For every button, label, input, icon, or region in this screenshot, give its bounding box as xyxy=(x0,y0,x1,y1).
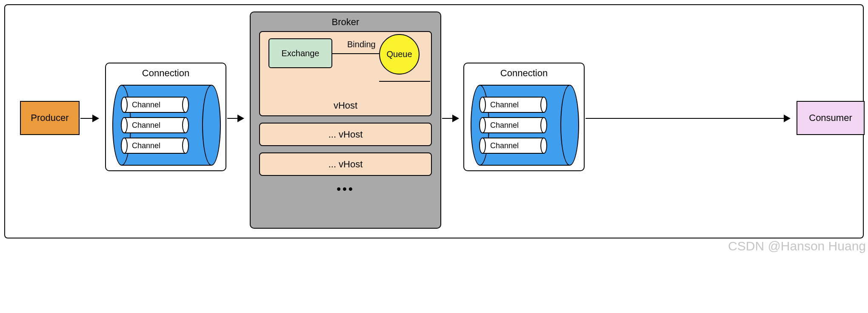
channel-cap-left xyxy=(479,117,486,133)
consumer-label: Consumer xyxy=(809,112,852,123)
queue-label: Queue xyxy=(386,49,412,59)
channel-cap-right xyxy=(182,138,189,154)
connection-box-2: Connection Channel Channel Channel xyxy=(463,63,585,171)
producer-label: Producer xyxy=(31,112,69,123)
binding-label: Binding xyxy=(347,40,376,49)
channel-cap-right xyxy=(540,117,547,133)
connection-title: Connection xyxy=(464,68,584,79)
exchange-label: Exchange xyxy=(282,49,320,58)
diagram-frame: Producer Connection Channel Channel Chan… xyxy=(4,4,864,238)
channel-item: Channel xyxy=(479,97,547,113)
channel-cap-right xyxy=(540,97,547,113)
channel-label: Channel xyxy=(483,117,544,133)
cylinder-cap-right xyxy=(560,85,579,166)
exchange-node: Exchange xyxy=(268,38,332,68)
broker-title: Broker xyxy=(251,17,440,28)
vhost-row-label: ... vHost xyxy=(328,129,363,140)
channel-item: Channel xyxy=(121,97,189,113)
channel-label: Channel xyxy=(483,138,544,154)
channel-cap-left xyxy=(121,117,128,133)
queue-output-line xyxy=(379,81,430,82)
vhost-main: Exchange Binding Queue vHost xyxy=(259,31,432,116)
channel-cap-right xyxy=(540,138,547,154)
channel-cap-left xyxy=(121,138,128,154)
channel-cap-right xyxy=(182,117,189,133)
channel-item: Channel xyxy=(479,117,547,133)
broker-box: Broker Exchange Binding Queue vHost ... … xyxy=(250,11,441,229)
connection-title: Connection xyxy=(106,68,226,79)
binding-edge xyxy=(332,53,385,54)
channel-label: Channel xyxy=(124,117,186,133)
connection-cylinder: Channel Channel Channel xyxy=(471,85,579,166)
producer-node: Producer xyxy=(20,101,80,135)
arrow-connection-to-consumer xyxy=(585,118,790,119)
vhost-row-label: ... vHost xyxy=(328,159,363,170)
cylinder-cap-right xyxy=(202,85,221,166)
queue-node: Queue xyxy=(379,34,420,75)
consumer-node: Consumer xyxy=(797,101,865,135)
channel-cap-left xyxy=(479,97,486,113)
channel-cap-left xyxy=(479,138,486,154)
vhost-row: ... vHost xyxy=(259,152,432,176)
connection-cylinder: Channel Channel Channel xyxy=(112,85,221,166)
channel-item: Channel xyxy=(121,117,189,133)
vhost-row: ... vHost xyxy=(259,123,432,146)
channel-cap-left xyxy=(121,97,128,113)
vhost-label: vHost xyxy=(260,100,431,111)
channel-cap-right xyxy=(182,97,189,113)
watermark-text: CSDN @Hanson Huang xyxy=(728,239,866,253)
channel-label: Channel xyxy=(483,97,544,113)
channel-label: Channel xyxy=(124,97,186,113)
channel-item: Channel xyxy=(121,138,189,154)
channel-item: Channel xyxy=(479,138,547,154)
connection-box-1: Connection Channel Channel Channel xyxy=(105,63,226,171)
arrow-producer-to-connection xyxy=(80,118,98,119)
channel-label: Channel xyxy=(124,138,186,154)
ellipsis-icon: ••• xyxy=(251,182,440,196)
arrow-connection-to-broker xyxy=(227,118,243,119)
arrow-broker-to-connection xyxy=(442,118,458,119)
